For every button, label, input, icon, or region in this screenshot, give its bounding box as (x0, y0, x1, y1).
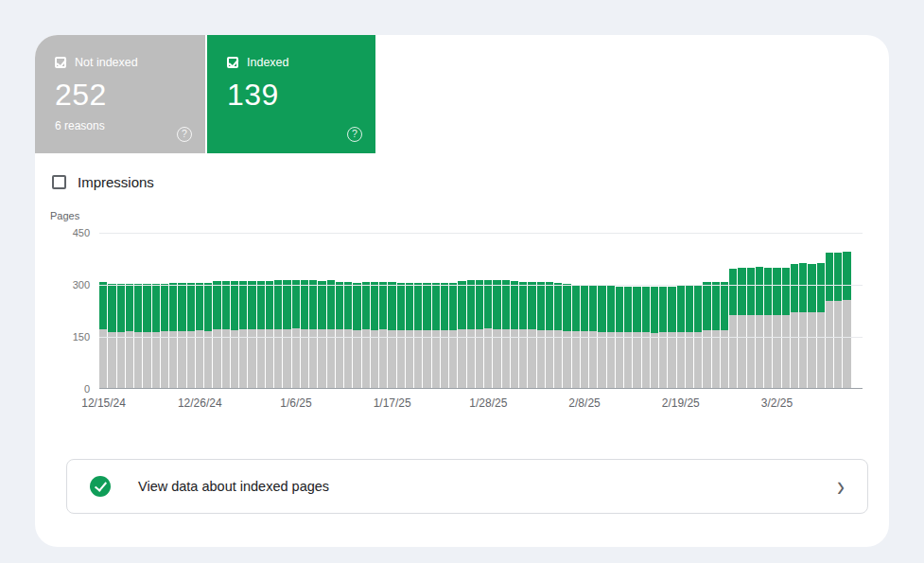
chart-bar-day-9[interactable] (169, 232, 177, 388)
chart-bar-day-38[interactable] (423, 232, 430, 388)
chart-bar-day-5[interactable] (134, 232, 142, 388)
chart-bar-day-2[interactable] (108, 232, 115, 388)
chart-bar-day-64[interactable] (651, 232, 658, 388)
impressions-checkbox[interactable] (52, 175, 66, 189)
chart-bar-day-17[interactable] (239, 232, 247, 388)
chart-bar-day-75[interactable] (747, 232, 755, 388)
chart-bar-day-59[interactable] (607, 232, 615, 388)
chart-bar-day-52[interactable] (546, 232, 553, 388)
chart-bar-day-71[interactable] (712, 232, 720, 388)
chart-bar-day-39[interactable] (432, 232, 440, 388)
chart-bar-day-70[interactable] (703, 232, 710, 388)
chart-bar-day-82[interactable] (808, 232, 815, 388)
help-icon[interactable]: ? (177, 127, 192, 142)
not-indexed-segment (379, 329, 387, 388)
not-indexed-checkbox[interactable] (55, 57, 66, 68)
chart-bar-day-46[interactable] (493, 232, 500, 388)
chart-bar-day-61[interactable] (624, 232, 632, 388)
chart-bar-day-29[interactable] (344, 232, 352, 388)
chart-bar-day-69[interactable] (694, 232, 702, 388)
chart-bar-day-35[interactable] (397, 232, 405, 388)
not-indexed-segment (126, 331, 133, 388)
chart-bar-day-25[interactable] (309, 232, 317, 388)
chart-bar-day-10[interactable] (178, 232, 185, 388)
chart-bar-day-86[interactable] (843, 232, 850, 388)
chart-bar-day-26[interactable] (318, 232, 325, 388)
indexed-tile[interactable]: Indexed 139 ? (207, 35, 375, 153)
chart-bar-day-80[interactable] (791, 232, 798, 388)
chart-bar-day-84[interactable] (826, 232, 833, 388)
chart-bar-day-51[interactable] (537, 232, 545, 388)
chart-bar-day-56[interactable] (581, 232, 588, 388)
chart-bar-day-41[interactable] (449, 232, 457, 388)
chart-bar-day-53[interactable] (554, 232, 562, 388)
not-indexed-segment (633, 332, 640, 388)
chart-bar-day-43[interactable] (467, 232, 475, 388)
chart-bar-day-34[interactable] (388, 232, 395, 388)
chart-bar-day-45[interactable] (484, 232, 492, 388)
help-icon[interactable]: ? (347, 127, 362, 142)
chart-bar-day-77[interactable] (764, 232, 772, 388)
chart-bar-day-23[interactable] (292, 232, 300, 388)
chart-bar-day-57[interactable] (589, 232, 597, 388)
indexed-checkbox[interactable] (227, 57, 238, 68)
chart-bar-day-28[interactable] (336, 232, 343, 388)
not-indexed-tile[interactable]: Not indexed 252 6 reasons ? (35, 35, 205, 153)
chart-bar-day-48[interactable] (511, 232, 518, 388)
chart-bar-day-8[interactable] (161, 232, 168, 388)
chart-bar-day-83[interactable] (817, 232, 825, 388)
chart-bar-day-85[interactable] (834, 232, 842, 388)
chart-bar-day-30[interactable] (353, 232, 360, 388)
chart-bar-day-54[interactable] (563, 232, 570, 388)
chart-bar-day-73[interactable] (729, 232, 737, 388)
chart-bar-day-65[interactable] (659, 232, 667, 388)
chart-bar-day-27[interactable] (327, 232, 335, 388)
view-indexed-data-button[interactable]: View data about indexed pages › (66, 459, 868, 514)
chart-bar-day-81[interactable] (799, 232, 807, 388)
chart-bar-day-14[interactable] (213, 232, 220, 388)
chart-bar-day-50[interactable] (528, 232, 535, 388)
chart-bar-day-31[interactable] (362, 232, 370, 388)
x-tick-label: 12/15/24 (81, 396, 126, 410)
chart-bar-day-44[interactable] (476, 232, 483, 388)
indexed-segment (257, 281, 265, 329)
chart-bar-day-24[interactable] (301, 232, 308, 388)
chart-bar-day-67[interactable] (677, 232, 685, 388)
chart-bar-day-40[interactable] (441, 232, 448, 388)
chart-bar-day-19[interactable] (257, 232, 265, 388)
chart-bar-day-18[interactable] (248, 232, 255, 388)
chart-bar-day-58[interactable] (598, 232, 605, 388)
chart-bar-day-4[interactable] (126, 232, 133, 388)
chart-bar-day-6[interactable] (143, 232, 150, 388)
chart-bar-day-66[interactable] (668, 232, 675, 388)
chart-bar-day-32[interactable] (371, 232, 378, 388)
chart-bar-day-72[interactable] (721, 232, 728, 388)
chart-bar-day-15[interactable] (222, 232, 230, 388)
chart-bar-day-37[interactable] (414, 232, 422, 388)
chart-bar-day-3[interactable] (117, 232, 125, 388)
chart-bar-day-20[interactable] (266, 232, 273, 388)
chart-bar-day-21[interactable] (274, 232, 282, 388)
chart-bar-day-78[interactable] (773, 232, 780, 388)
chart-bar-day-12[interactable] (196, 232, 203, 388)
chart-bar-day-13[interactable] (204, 232, 212, 388)
chart-bar-day-68[interactable] (686, 232, 693, 388)
chart-bar-day-33[interactable] (379, 232, 387, 388)
chart-bar-day-36[interactable] (406, 232, 413, 388)
chart-bar-day-22[interactable] (283, 232, 290, 388)
chart-bar-day-62[interactable] (633, 232, 640, 388)
chart-bar-day-47[interactable] (502, 232, 510, 388)
chart-bar-day-79[interactable] (782, 232, 790, 388)
chevron-right-icon[interactable]: › (837, 471, 845, 501)
chart-bar-day-55[interactable] (572, 232, 580, 388)
chart-bar-day-60[interactable] (616, 232, 623, 388)
chart-bar-day-11[interactable] (187, 232, 195, 388)
chart-bar-day-7[interactable] (152, 232, 160, 388)
chart-bar-day-63[interactable] (642, 232, 650, 388)
chart-bar-day-49[interactable] (519, 232, 527, 388)
chart-bar-day-76[interactable] (756, 232, 763, 388)
chart-bar-day-42[interactable] (458, 232, 465, 388)
chart-bar-day-74[interactable] (738, 232, 745, 388)
chart-bar-day-1[interactable] (99, 232, 107, 388)
chart-bar-day-16[interactable] (231, 232, 238, 388)
